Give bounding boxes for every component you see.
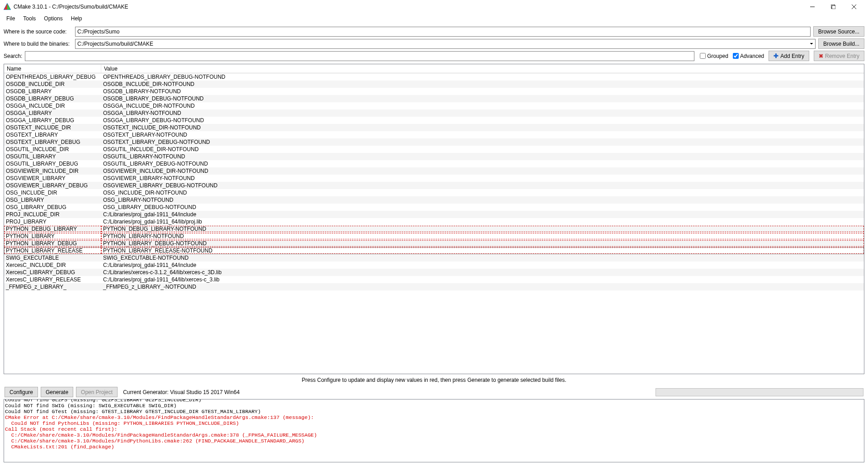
menu-help[interactable]: Help: [67, 14, 86, 23]
open-project-button[interactable]: Open Project: [76, 387, 118, 397]
table-row[interactable]: OSGGA_LIBRARY_DEBUGOSGGA_LIBRARY_DEBUG-N…: [4, 117, 864, 124]
table-row[interactable]: PROJ_INCLUDE_DIRC:/Libraries/proj_gdal-1…: [4, 211, 864, 218]
table-row[interactable]: OSGDB_INCLUDE_DIROSGDB_INCLUDE_DIR-NOTFO…: [4, 81, 864, 88]
table-row[interactable]: PROJ_LIBRARYC:/Libraries/proj_gdal-1911_…: [4, 218, 864, 225]
cell-value[interactable]: OPENTHREADS_LIBRARY_DEBUG-NOTFOUND: [101, 74, 864, 80]
table-row[interactable]: OSGTEXT_LIBRARYOSGTEXT_LIBRARY-NOTFOUND: [4, 131, 864, 138]
table-row[interactable]: _FFMPEG_z_LIBRARY__FFMPEG_z_LIBRARY_-NOT…: [4, 283, 864, 290]
cell-name[interactable]: OSGTEXT_INCLUDE_DIR: [4, 124, 101, 131]
cell-name[interactable]: OSGVIEWER_LIBRARY: [4, 175, 101, 181]
cell-value[interactable]: OSGDB_LIBRARY-NOTFOUND: [101, 88, 864, 95]
cell-name[interactable]: XercesC_LIBRARY_RELEASE: [4, 276, 101, 283]
table-row[interactable]: OSGUTIL_LIBRARYOSGUTIL_LIBRARY-NOTFOUND: [4, 153, 864, 160]
cell-name[interactable]: OSGVIEWER_LIBRARY_DEBUG: [4, 182, 101, 189]
cell-value[interactable]: OSGVIEWER_INCLUDE_DIR-NOTFOUND: [101, 168, 864, 174]
table-row[interactable]: PYTHON_LIBRARY_RELEASEPYTHON_LIBRARY_REL…: [4, 247, 864, 254]
cell-value[interactable]: OSGGA_LIBRARY-NOTFOUND: [101, 110, 864, 116]
source-path-input[interactable]: [75, 27, 811, 37]
output-log[interactable]: Could NOT find GL2PS (missing: GL2PS_LIB…: [4, 399, 864, 462]
browse-build-button[interactable]: Browse Build...: [818, 38, 864, 49]
cell-value[interactable]: _FFMPEG_z_LIBRARY_-NOTFOUND: [101, 284, 864, 290]
cell-name[interactable]: OSG_LIBRARY_DEBUG: [4, 204, 101, 210]
cell-value[interactable]: C:/Libraries/proj_gdal-1911_64/include: [101, 211, 864, 218]
cell-name[interactable]: XercesC_INCLUDE_DIR: [4, 262, 101, 268]
cell-value[interactable]: PYTHON_LIBRARY_DEBUG-NOTFOUND: [101, 240, 864, 247]
table-row[interactable]: OSGTEXT_LIBRARY_DEBUGOSGTEXT_LIBRARY_DEB…: [4, 138, 864, 146]
table-row[interactable]: PYTHON_LIBRARYPYTHON_LIBRARY-NOTFOUND: [4, 233, 864, 240]
cell-name[interactable]: OSGGA_LIBRARY: [4, 110, 101, 116]
menu-options[interactable]: Options: [40, 14, 66, 23]
cell-name[interactable]: OSGDB_LIBRARY_DEBUG: [4, 95, 101, 102]
cell-value[interactable]: OSGGA_LIBRARY_DEBUG-NOTFOUND: [101, 117, 864, 124]
cell-name[interactable]: OSGUTIL_LIBRARY_DEBUG: [4, 161, 101, 167]
cell-value[interactable]: OSGVIEWER_LIBRARY-NOTFOUND: [101, 175, 864, 181]
cell-name[interactable]: OSGDB_LIBRARY: [4, 88, 101, 95]
browse-source-button[interactable]: Browse Source...: [813, 26, 864, 37]
table-row[interactable]: PYTHON_LIBRARY_DEBUGPYTHON_LIBRARY_DEBUG…: [4, 240, 864, 247]
cell-value[interactable]: OSG_INCLUDE_DIR-NOTFOUND: [101, 190, 864, 196]
grouped-checkbox[interactable]: Grouped: [700, 53, 728, 59]
cell-name[interactable]: OSG_INCLUDE_DIR: [4, 190, 101, 196]
minimize-button[interactable]: [802, 0, 823, 14]
cell-name[interactable]: PROJ_LIBRARY: [4, 219, 101, 225]
table-row[interactable]: SWIG_EXECUTABLESWIG_EXECUTABLE-NOTFOUND: [4, 254, 864, 262]
menu-tools[interactable]: Tools: [19, 14, 39, 23]
generate-button[interactable]: Generate: [41, 387, 73, 397]
table-row[interactable]: OSGDB_LIBRARYOSGDB_LIBRARY-NOTFOUND: [4, 88, 864, 95]
table-row[interactable]: OSGDB_LIBRARY_DEBUGOSGDB_LIBRARY_DEBUG-N…: [4, 95, 864, 102]
table-row[interactable]: XercesC_INCLUDE_DIRC:/Libraries/proj_gda…: [4, 262, 864, 269]
cell-name[interactable]: OSGGA_INCLUDE_DIR: [4, 103, 101, 109]
cell-name[interactable]: PYTHON_DEBUG_LIBRARY: [4, 226, 101, 232]
remove-entry-button[interactable]: ✖Remove Entry: [814, 51, 864, 61]
cell-value[interactable]: OSG_LIBRARY-NOTFOUND: [101, 197, 864, 203]
close-button[interactable]: [844, 0, 864, 14]
table-row[interactable]: OSGVIEWER_LIBRARYOSGVIEWER_LIBRARY-NOTFO…: [4, 175, 864, 182]
table-row[interactable]: XercesC_LIBRARY_DEBUGC:/Libraries/xerces…: [4, 269, 864, 276]
cell-value[interactable]: OSG_LIBRARY_DEBUG-NOTFOUND: [101, 204, 864, 210]
cell-name[interactable]: OSGUTIL_LIBRARY: [4, 153, 101, 160]
cell-value[interactable]: C:/Libraries/proj_gdal-1911_64/lib/xerce…: [101, 276, 864, 283]
cell-value[interactable]: PYTHON_DEBUG_LIBRARY-NOTFOUND: [101, 226, 864, 232]
table-row[interactable]: XercesC_LIBRARY_RELEASEC:/Libraries/proj…: [4, 276, 864, 283]
cell-value[interactable]: OSGDB_LIBRARY_DEBUG-NOTFOUND: [101, 95, 864, 102]
cell-name[interactable]: OPENTHREADS_LIBRARY_DEBUG: [4, 74, 101, 80]
table-row[interactable]: OSGUTIL_INCLUDE_DIROSGUTIL_INCLUDE_DIR-N…: [4, 146, 864, 153]
cell-value[interactable]: OSGTEXT_LIBRARY_DEBUG-NOTFOUND: [101, 139, 864, 145]
column-header-name[interactable]: Name: [4, 65, 101, 73]
configure-button[interactable]: Configure: [5, 387, 38, 397]
cell-name[interactable]: OSG_LIBRARY: [4, 197, 101, 203]
search-input[interactable]: [25, 51, 694, 61]
cell-name[interactable]: OSGVIEWER_INCLUDE_DIR: [4, 168, 101, 174]
cell-value[interactable]: C:/Libraries/proj_gdal-1911_64/lib/proj.…: [101, 219, 864, 225]
title-bar[interactable]: CMake 3.10.1 - C:/Projects/Sumo/build/CM…: [0, 0, 868, 14]
add-entry-button[interactable]: ✚Add Entry: [769, 51, 809, 61]
maximize-button[interactable]: [823, 0, 844, 14]
table-row[interactable]: OPENTHREADS_LIBRARY_DEBUGOPENTHREADS_LIB…: [4, 73, 864, 81]
cell-value[interactable]: OSGTEXT_INCLUDE_DIR-NOTFOUND: [101, 124, 864, 131]
cell-value[interactable]: OSGGA_INCLUDE_DIR-NOTFOUND: [101, 103, 864, 109]
table-row[interactable]: OSG_LIBRARYOSG_LIBRARY-NOTFOUND: [4, 196, 864, 204]
table-row[interactable]: OSGVIEWER_INCLUDE_DIROSGVIEWER_INCLUDE_D…: [4, 167, 864, 175]
table-row[interactable]: OSG_INCLUDE_DIROSG_INCLUDE_DIR-NOTFOUND: [4, 189, 864, 196]
cell-value[interactable]: OSGVIEWER_LIBRARY_DEBUG-NOTFOUND: [101, 182, 864, 189]
cell-value[interactable]: OSGTEXT_LIBRARY-NOTFOUND: [101, 132, 864, 138]
table-row[interactable]: OSGGA_LIBRARYOSGGA_LIBRARY-NOTFOUND: [4, 109, 864, 117]
table-row[interactable]: PYTHON_DEBUG_LIBRARYPYTHON_DEBUG_LIBRARY…: [4, 225, 864, 233]
cache-table-body[interactable]: OPENTHREADS_LIBRARY_DEBUGOPENTHREADS_LIB…: [4, 73, 864, 374]
cell-name[interactable]: OSGDB_INCLUDE_DIR: [4, 81, 101, 87]
cell-name[interactable]: PYTHON_LIBRARY: [4, 233, 101, 239]
table-row[interactable]: OSGTEXT_INCLUDE_DIROSGTEXT_INCLUDE_DIR-N…: [4, 124, 864, 131]
menu-file[interactable]: File: [3, 14, 19, 23]
cell-name[interactable]: XercesC_LIBRARY_DEBUG: [4, 269, 101, 276]
advanced-checkbox[interactable]: Advanced: [733, 53, 764, 59]
cell-name[interactable]: PROJ_INCLUDE_DIR: [4, 211, 101, 218]
cell-name[interactable]: OSGTEXT_LIBRARY_DEBUG: [4, 139, 101, 145]
cell-name[interactable]: OSGTEXT_LIBRARY: [4, 132, 101, 138]
cell-name[interactable]: _FFMPEG_z_LIBRARY_: [4, 284, 101, 290]
column-header-value[interactable]: Value: [101, 65, 864, 73]
cell-value[interactable]: PYTHON_LIBRARY_RELEASE-NOTFOUND: [101, 247, 864, 254]
cell-value[interactable]: OSGUTIL_INCLUDE_DIR-NOTFOUND: [101, 146, 864, 152]
cell-value[interactable]: C:/Libraries/proj_gdal-1911_64/include: [101, 262, 864, 268]
cell-value[interactable]: C:/Libraries/xerces-c-3.1.2_64/lib/xerce…: [101, 269, 864, 276]
cell-value[interactable]: OSGUTIL_LIBRARY_DEBUG-NOTFOUND: [101, 161, 864, 167]
